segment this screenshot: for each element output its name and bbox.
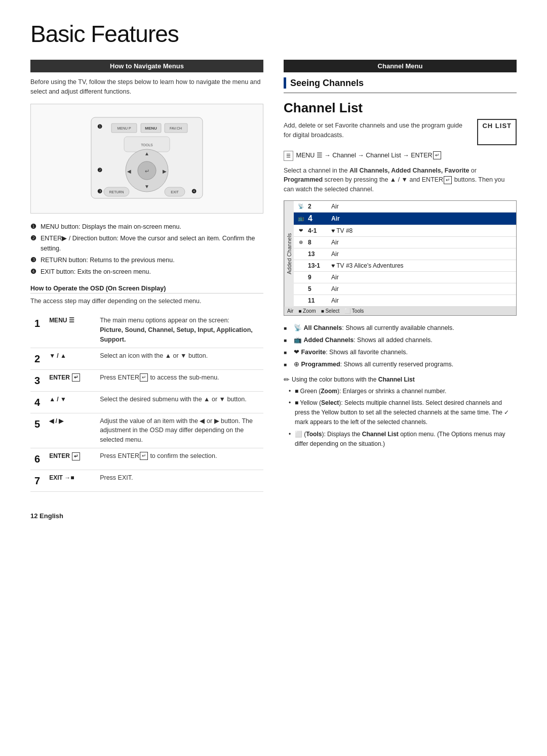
osd-desc-1: The main menu options appear on the scre… — [96, 313, 263, 348]
ch-num-13: 13 — [308, 250, 328, 258]
footer-zoom: ■ Zoom — [298, 308, 316, 314]
footer-tools: ⬜ Tools — [344, 308, 364, 314]
select-text: Select a channel in the All Channels, Ad… — [284, 166, 517, 194]
svg-text:FAV.CH: FAV.CH — [170, 127, 182, 130]
feature-favorite: ❤ Favorite: Shows all favorite channels. — [284, 347, 517, 357]
ch-list-badge: CH LIST — [477, 119, 517, 145]
blue-bar-icon — [284, 77, 286, 89]
button-desc-1: ❶ MENU button: Displays the main on-scre… — [30, 222, 263, 232]
ch-name-11: Air — [331, 297, 513, 304]
channel-list-content: 📡 2 Air 📺 4 Air ❤ 4-1 ♥ TV #8 — [294, 201, 516, 307]
ch-name-4: Air — [331, 215, 513, 222]
feature-added-channels: 📺 Added Channels: Shows all added channe… — [284, 335, 517, 345]
ch-num-9: 9 — [308, 274, 328, 281]
osd-desc-4: Select the desired submenu with the ▲ or… — [96, 391, 263, 413]
section-divider — [284, 93, 517, 93]
seeing-channels-label: Seeing Channels — [284, 77, 517, 89]
intro-text: Before using the TV, follow the steps be… — [30, 77, 263, 97]
ch-icon-4: 📺 — [297, 215, 305, 223]
ch-icon-4-1: ❤ — [297, 227, 305, 235]
ch-name-8: Air — [331, 239, 513, 246]
osd-desc-6: Press ENTER↵ to confirm the selection. — [96, 448, 263, 470]
svg-text:↵: ↵ — [145, 168, 149, 174]
osd-table: 1 MENU ☰ The main menu options appear on… — [30, 313, 263, 492]
feature-programmed: ⊕ Programmed: Shows all currently reserv… — [284, 359, 517, 369]
osd-note: The access step may differ depending on … — [30, 297, 263, 306]
svg-text:RETURN: RETURN — [109, 190, 124, 194]
button-desc-4: ❹ EXIT button: Exits the on-screen menu. — [30, 267, 263, 277]
remote-diagram: MENU P MENU FAV.CH ❶ TOOLS ↵ ▲ ▼ — [30, 104, 263, 214]
osd-row-1: 1 MENU ☰ The main menu options appear on… — [30, 313, 263, 348]
page-number: 12 — [30, 512, 37, 520]
channel-row-8: ⊕ 8 Air — [294, 237, 516, 248]
page-language: English — [40, 512, 63, 520]
osd-desc-3: Press ENTER↵ to access the sub-menu. — [96, 369, 263, 391]
ch-num-4: 4 — [308, 214, 328, 223]
svg-text:TOOLS: TOOLS — [141, 143, 153, 147]
ch-name-13: Air — [331, 250, 513, 258]
ch-num-5: 5 — [308, 285, 328, 292]
osd-step-1: 1 — [30, 313, 45, 348]
button-description-list: ❶ MENU button: Displays the main on-scre… — [30, 222, 263, 277]
page-footer: 12 English — [30, 512, 517, 520]
ch-icon-9 — [297, 273, 305, 281]
note-title-text: Using the color buttons with the Channel… — [292, 376, 415, 383]
svg-text:▲: ▲ — [144, 151, 149, 156]
channel-list-footer: Air ■ Zoom ■ Select ⬜ Tools — [284, 307, 516, 315]
ch-name-13-1: ♥ TV #3 Alice's Adventures — [331, 262, 513, 269]
menu-path: ☰ MENU ☰ → Channel → Channel List → ENTE… — [284, 150, 517, 161]
osd-key-4: ▲ / ▼ — [45, 391, 96, 413]
osd-step-7: 7 — [30, 470, 45, 491]
osd-step-4: 4 — [30, 391, 45, 413]
osd-desc-5: Adjust the value of an item with the ◀ o… — [96, 413, 263, 448]
right-column: Channel Menu Seeing Channels Channel Lis… — [284, 60, 517, 492]
button-desc-3: ❸ RETURN button: Returns to the previous… — [30, 255, 263, 265]
svg-text:EXIT: EXIT — [171, 190, 179, 194]
ch-name-4-1: ♥ TV #8 — [331, 227, 513, 234]
osd-row-2: 2 ▼ / ▲ Select an icon with the ▲ or ▼ b… — [30, 348, 263, 369]
channel-intro: Add, delete or set Favorite channels and… — [284, 121, 467, 140]
footer-select: ■ Select — [321, 308, 340, 314]
programmed-icon: ⊕ — [294, 361, 299, 368]
osd-key-3: ENTER ↵ — [45, 369, 96, 391]
channel-row-9: 9 Air — [294, 272, 516, 283]
svg-text:❷: ❷ — [97, 167, 102, 173]
ch-num-13-1: 13-1 — [308, 262, 328, 269]
channel-row-4-1: ❤ 4-1 ♥ TV #8 — [294, 225, 516, 237]
left-column: How to Navigate Menus Before using the T… — [30, 60, 263, 492]
note-yellow-select: ■ Yellow (Select): Selects multiple chan… — [289, 398, 517, 428]
osd-row-6: 6 ENTER ↵ Press ENTER↵ to confirm the se… — [30, 448, 263, 470]
footer-label: Air — [287, 308, 293, 314]
seeing-channels-text: Seeing Channels — [290, 78, 364, 89]
channel-list-rows: Added Channels 📡 2 Air 📺 4 Air ❤ 4-1 — [284, 201, 516, 307]
channel-list-box: Added Channels 📡 2 Air 📺 4 Air ❤ 4-1 — [284, 200, 517, 316]
ch-num-2: 2 — [308, 203, 328, 210]
ch-name-5: Air — [331, 285, 513, 292]
ch-icon-13-1 — [297, 262, 305, 270]
note-green-zoom: ■ Green (Zoom): Enlarges or shrinks a ch… — [289, 387, 517, 396]
channel-row-13-1: 13-1 ♥ TV #3 Alice's Adventures — [294, 260, 516, 272]
svg-text:❶: ❶ — [97, 123, 102, 130]
ch-icon-8: ⊕ — [297, 238, 305, 246]
channel-list-title: Channel List — [284, 100, 517, 116]
note-section: ✏ Using the color buttons with the Chann… — [284, 375, 517, 449]
osd-desc-2: Select an icon with the ▲ or ▼ button. — [96, 348, 263, 369]
channel-row-2: 📡 2 Air — [294, 201, 516, 213]
osd-key-6: ENTER ↵ — [45, 448, 96, 470]
osd-subtitle: How to Operate the OSD (On Screen Displa… — [30, 285, 263, 293]
osd-step-3: 3 — [30, 369, 45, 391]
ch-icon-2: 📡 — [297, 202, 305, 211]
osd-key-2: ▼ / ▲ — [45, 348, 96, 369]
note-title: ✏ Using the color buttons with the Chann… — [284, 375, 517, 384]
svg-text:◀: ◀ — [127, 169, 131, 174]
osd-row-4: 4 ▲ / ▼ Select the desired submenu with … — [30, 391, 263, 413]
ch-name-9: Air — [331, 274, 513, 281]
channel-row-5: 5 Air — [294, 283, 516, 295]
ch-icon-13 — [297, 250, 305, 258]
channel-row-4: 📺 4 Air — [294, 213, 516, 225]
osd-row-3: 3 ENTER ↵ Press ENTER↵ to access the sub… — [30, 369, 263, 391]
osd-row-5: 5 ◀ / ▶ Adjust the value of an item with… — [30, 413, 263, 448]
added-channels-icon: 📺 — [294, 337, 302, 344]
channel-row-13: 13 Air — [294, 248, 516, 260]
channel-row-11: 11 Air — [294, 295, 516, 307]
